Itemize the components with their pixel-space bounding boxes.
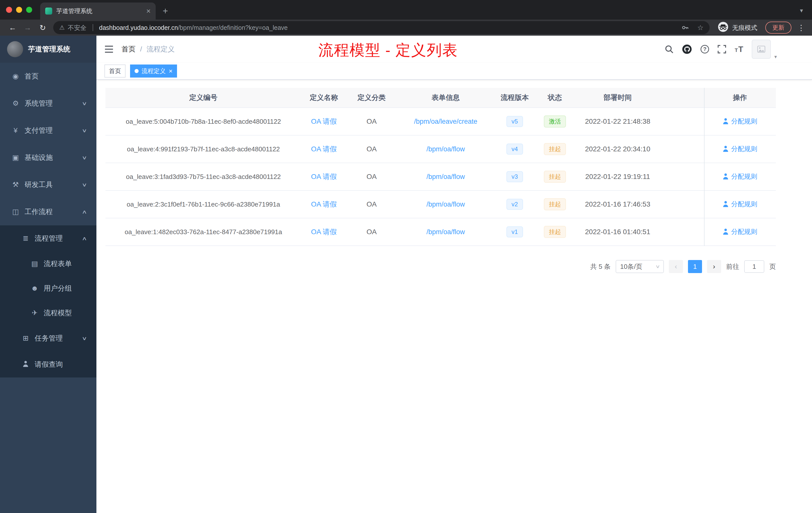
prev-page-button[interactable]: ‹ <box>669 260 683 273</box>
app-logo[interactable]: 芋道管理系统 <box>0 36 96 63</box>
window-close-button[interactable] <box>6 7 12 13</box>
url-host: dashboard.yudao.iocoder.cn <box>99 24 178 31</box>
breadcrumb-home-link[interactable]: 首页 <box>121 44 136 54</box>
sidebar-item-label: 流程管理 <box>35 234 63 243</box>
browser-tab[interactable]: 芋道管理系统 × <box>40 2 156 20</box>
tag-close-icon[interactable]: × <box>169 68 173 74</box>
definition-name-link[interactable]: OA 请假 <box>311 200 337 208</box>
sidebar-item-process-model[interactable]: ✈ 流程模型 <box>0 301 96 325</box>
help-icon[interactable]: ? <box>700 45 709 54</box>
version-badge: v1 <box>506 227 523 237</box>
sidebar-item-label: 用户分组 <box>44 283 72 293</box>
bookmark-star-icon[interactable]: ☆ <box>697 24 703 32</box>
user-icon <box>723 118 729 124</box>
definition-name-link[interactable]: OA 请假 <box>311 228 337 236</box>
forward-button[interactable]: → <box>21 23 34 32</box>
tab-favicon-icon <box>45 7 52 14</box>
goto-page-input[interactable] <box>744 260 764 273</box>
assign-rule-link[interactable]: 分配规则 <box>723 172 757 181</box>
sidebar-item-infrastructure[interactable]: ▣ 基础设施 ∨ <box>0 144 96 171</box>
infrastructure-icon: ▣ <box>11 154 20 161</box>
assign-rule-link[interactable]: 分配规则 <box>723 145 757 153</box>
chevron-down-icon: ∨ <box>82 127 87 133</box>
page-size-select[interactable]: 10条/页 ∨ <box>616 260 664 273</box>
chevron-down-icon: ∨ <box>82 335 87 341</box>
sidebar-item-process-management[interactable]: ≣ 流程管理 ∧ <box>0 225 96 251</box>
sidebar-item-task-management[interactable]: ⊞ 任务管理 ∨ <box>0 325 96 351</box>
user-icon <box>21 361 30 368</box>
task-icon: ⊞ <box>21 335 30 342</box>
address-bar[interactable]: ⚠ 不安全 dashboard.yudao.iocoder.cn/bpm/man… <box>53 21 709 34</box>
breadcrumb-separator: / <box>140 45 142 53</box>
new-tab-button[interactable]: + <box>163 6 168 16</box>
sidebar-item-label: 流程模型 <box>44 308 72 318</box>
deploy-time-cell: 2022-01-22 21:48:38 <box>575 117 660 125</box>
form-link[interactable]: /bpm/oa/flow <box>426 173 465 180</box>
version-badge: v4 <box>506 144 523 155</box>
fullscreen-icon[interactable] <box>718 45 726 54</box>
page-1-button[interactable]: 1 <box>688 260 702 273</box>
status-badge: 激活 <box>544 116 566 127</box>
reload-button[interactable]: ↻ <box>36 23 49 32</box>
chevron-down-icon: ∨ <box>82 155 87 161</box>
window-zoom-button[interactable] <box>26 7 32 13</box>
security-warning-icon: ⚠ <box>59 24 65 31</box>
hamburger-icon[interactable] <box>105 46 114 53</box>
active-dot <box>135 69 139 73</box>
version-badge: v5 <box>506 116 523 127</box>
url-divider <box>93 24 93 31</box>
browser-menu-icon[interactable]: ⋮ <box>798 23 805 32</box>
url-path: /bpm/manager/definition?key=oa_leave <box>178 24 288 31</box>
avatar-caret-icon: ▾ <box>774 54 777 60</box>
sidebar-item-home[interactable]: ◉ 首页 <box>0 63 96 90</box>
incognito-badge: 无痕模式 <box>718 21 757 34</box>
tag-process-definition[interactable]: 流程定义 × <box>130 64 177 78</box>
sidebar-item-dev-tools[interactable]: ⚒ 研发工具 ∨ <box>0 171 96 198</box>
next-page-button[interactable]: › <box>707 260 721 273</box>
sidebar-item-label: 基础设施 <box>25 153 53 162</box>
font-size-icon[interactable]: TT <box>735 45 743 54</box>
form-link[interactable]: /bpm/oa/leave/create <box>414 118 477 125</box>
page-content: 定义编号 定义名称 定义分类 表单信息 流程版本 状态 部署时间 操作 oa_l… <box>96 80 812 273</box>
browser-tab-strip: 芋道管理系统 × + ▾ <box>0 0 812 20</box>
form-link[interactable]: /bpm/oa/flow <box>426 201 465 208</box>
sidebar-item-user-group[interactable]: ☻ 用户分组 <box>0 276 96 301</box>
window-minimize-button[interactable] <box>16 7 22 13</box>
user-icon <box>723 229 729 235</box>
sidebar-item-leave-query[interactable]: 请假查询 <box>0 351 96 378</box>
assign-rule-link[interactable]: 分配规则 <box>723 200 757 209</box>
user-icon <box>723 201 729 207</box>
fixed-column-divider <box>704 88 704 246</box>
tab-search-caret-icon[interactable]: ▾ <box>800 7 803 14</box>
back-button[interactable]: ← <box>6 23 19 32</box>
tab-close-icon[interactable]: × <box>146 7 151 15</box>
assign-rule-link[interactable]: 分配规则 <box>723 228 757 236</box>
breadcrumb-current: 流程定义 <box>147 44 175 54</box>
table-row: oa_leave:3:1fad3d93-7b75-11ec-a3c8-acde4… <box>106 163 776 191</box>
definition-name-link[interactable]: OA 请假 <box>311 173 337 180</box>
incognito-icon <box>718 21 729 34</box>
sidebar-item-label: 系统管理 <box>25 99 53 108</box>
update-button[interactable]: 更新 <box>765 22 791 34</box>
sidebar-item-payment-management[interactable]: ¥ 支付管理 ∨ <box>0 117 96 144</box>
main-area: 首页 / 流程定义 ? TT <box>96 36 812 513</box>
definition-name-link[interactable]: OA 请假 <box>311 117 337 125</box>
avatar[interactable]: ▾ <box>752 40 771 59</box>
window-controls <box>0 7 40 13</box>
form-link[interactable]: /bpm/oa/flow <box>426 228 465 236</box>
search-icon[interactable] <box>665 45 673 54</box>
assign-rule-link[interactable]: 分配规则 <box>723 117 757 126</box>
list-icon: ≣ <box>21 235 30 242</box>
tag-home[interactable]: 首页 <box>105 64 125 78</box>
table-row: oa_leave:1:482ec033-762a-11ec-8477-a2380… <box>106 218 776 246</box>
password-key-icon[interactable] <box>681 24 689 32</box>
sidebar-item-workflow[interactable]: ◫ 工作流程 ∧ <box>0 198 96 225</box>
col-version: 流程版本 <box>495 93 535 102</box>
definition-table: 定义编号 定义名称 定义分类 表单信息 流程版本 状态 部署时间 操作 oa_l… <box>106 88 776 246</box>
sidebar-item-process-form[interactable]: ▤ 流程表单 <box>0 251 96 276</box>
sidebar-item-system-management[interactable]: ⚙ 系统管理 ∨ <box>0 90 96 117</box>
definition-name-link[interactable]: OA 请假 <box>311 145 337 153</box>
status-badge: 挂起 <box>544 143 566 155</box>
github-icon[interactable] <box>682 44 692 54</box>
form-link[interactable]: /bpm/oa/flow <box>426 145 465 153</box>
